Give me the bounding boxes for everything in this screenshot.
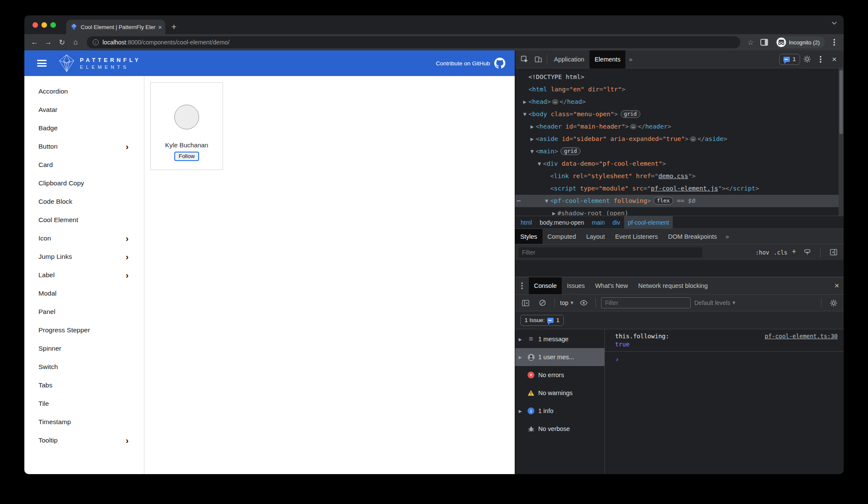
breadcrumb-pf-cool-element[interactable]: pf-cool-element [624, 216, 673, 229]
console-filter-no-warnings[interactable]: No warnings [515, 384, 604, 402]
side-panel-icon[interactable] [757, 36, 771, 49]
clear-console-icon[interactable] [536, 296, 549, 309]
devtools-tab-application[interactable]: Application [549, 50, 589, 68]
sidebar-item-button[interactable]: Button› [24, 137, 144, 155]
dom-tree-row[interactable]: ▶<header id="main-header">…</header> [515, 120, 844, 133]
layout-badge[interactable]: grid [621, 110, 640, 118]
follow-button[interactable]: Follow [174, 152, 199, 161]
dom-tree-row[interactable]: <script type="module" src="pf-cool-eleme… [515, 182, 844, 195]
console-filter-1-user-mes[interactable]: ▶1 user mes... [515, 348, 604, 366]
sidebar-item-clipboard-copy[interactable]: Clipboard Copy [24, 174, 144, 192]
rendering-brush-icon[interactable] [801, 246, 814, 259]
sidebar-item-tooltip[interactable]: Tooltip› [24, 431, 144, 449]
console-settings-icon[interactable] [827, 296, 840, 309]
breadcrumb-div[interactable]: div [609, 216, 624, 229]
devtools-close-icon[interactable]: × [827, 53, 841, 66]
dock-sidebar-icon[interactable] [827, 246, 840, 259]
issue-bar-pill[interactable]: 1 Issue: 1 [520, 315, 564, 326]
styles-tab-styles[interactable]: Styles [515, 229, 542, 244]
console-filter-input[interactable] [601, 297, 691, 308]
dom-tree-row[interactable]: ⋯▼<pf-cool-element following>flex == $0 [515, 195, 844, 207]
inline-expand-icon[interactable]: … [630, 124, 636, 129]
message-source-link[interactable]: pf-cool-element.ts:30 [765, 333, 838, 340]
sidebar-item-tile[interactable]: Tile [24, 394, 144, 413]
log-levels-dropdown[interactable]: Default levels▼ [694, 299, 735, 306]
browser-menu-icon[interactable] [833, 41, 835, 43]
inspect-element-icon[interactable] [518, 53, 531, 66]
drawer-close-icon[interactable]: × [830, 279, 844, 292]
console-filter-1-message[interactable]: ▶≡1 message [515, 330, 604, 348]
sidebar-item-timestamp[interactable]: Timestamp [24, 413, 144, 431]
sidebar-item-tabs[interactable]: Tabs [24, 376, 144, 394]
contribute-link[interactable]: Contribute on GitHub [436, 58, 505, 69]
breadcrumb-body-menu-open[interactable]: body.menu-open [536, 216, 588, 229]
zoom-window-button[interactable] [50, 22, 56, 28]
expand-arrow-icon[interactable]: ▶ [519, 337, 524, 342]
breadcrumb-main[interactable]: main [588, 216, 609, 229]
sidebar-item-panel[interactable]: Panel [24, 302, 144, 321]
expand-arrow-icon[interactable]: ▶ [550, 207, 557, 216]
sidebar-item-icon[interactable]: Icon› [24, 229, 144, 247]
url-bar[interactable]: i localhost :8000/components/cool-elemen… [87, 36, 740, 48]
toggle-class-editor[interactable]: .cls [774, 249, 788, 256]
inline-expand-icon[interactable]: … [690, 136, 696, 142]
close-window-button[interactable] [32, 22, 38, 28]
home-button[interactable]: ⌂ [70, 36, 82, 48]
browser-tab[interactable]: Cool Element | PatternFly Eleme × [66, 20, 165, 34]
sidebar-item-avatar[interactable]: Avatar [24, 100, 144, 119]
back-button[interactable]: ← [29, 36, 41, 48]
dom-tree-row[interactable]: <!DOCTYPE html> [515, 71, 844, 83]
forward-button[interactable]: → [42, 36, 54, 48]
dom-tree-row[interactable]: <link rel="stylesheet" href="demo.css"> [515, 170, 844, 182]
expand-arrow-icon[interactable]: ▶ [521, 96, 528, 108]
expand-arrow-icon[interactable]: ▶ [519, 409, 524, 413]
styles-tab-computed[interactable]: Computed [542, 229, 581, 244]
issues-counter[interactable]: 1 [779, 54, 800, 65]
dom-tree-row[interactable]: ▶#shadow-root (open) [515, 207, 844, 216]
dom-tree-row[interactable]: ▼<body class="menu-open">grid [515, 108, 844, 120]
dom-tree-row[interactable]: ▶<head>…</head> [515, 96, 844, 108]
sidebar-item-switch[interactable]: Switch [24, 357, 144, 376]
sidebar-item-label[interactable]: Label› [24, 266, 144, 284]
sidebar-item-accordion[interactable]: Accordion [24, 82, 144, 100]
more-tabs-icon[interactable]: » [625, 56, 636, 63]
styles-more-tabs-icon[interactable]: » [722, 233, 732, 240]
live-expression-eye-icon[interactable] [577, 296, 590, 309]
styles-tab-dom-breakpoints[interactable]: DOM Breakpoints [663, 229, 722, 244]
tab-search-chevron-icon[interactable] [832, 21, 837, 25]
console-filter-1-info[interactable]: ▶i1 info [515, 402, 604, 420]
console-message[interactable]: this.following: pf-cool-element.ts:30 tr… [605, 329, 844, 352]
expand-arrow-icon[interactable]: ▶ [528, 133, 536, 145]
hamburger-menu-icon[interactable] [37, 60, 47, 67]
tab-close-icon[interactable]: × [158, 23, 162, 31]
minimize-window-button[interactable] [41, 22, 47, 28]
console-filter-no-verbose[interactable]: No verbose [515, 420, 604, 438]
console-tab-network-request-blocking[interactable]: Network request blocking [633, 277, 713, 294]
device-toolbar-icon[interactable] [531, 53, 545, 66]
sidebar-item-spinner[interactable]: Spinner [24, 339, 144, 357]
sidebar-item-modal[interactable]: Modal [24, 284, 144, 302]
collapse-arrow-icon[interactable]: ▼ [543, 195, 550, 207]
toggle-hover-state[interactable]: :hov [755, 249, 769, 256]
elements-scrollbar[interactable] [839, 68, 844, 216]
expand-arrow-icon[interactable]: ▶ [528, 120, 536, 133]
layout-badge[interactable]: grid [560, 147, 580, 155]
breadcrumb-html[interactable]: html [517, 216, 536, 229]
devtools-tab-elements[interactable]: Elements [589, 50, 625, 68]
console-tab-issues[interactable]: Issues [562, 277, 590, 294]
collapse-arrow-icon[interactable]: ▼ [528, 145, 536, 158]
console-tab-what-s-new[interactable]: What's New [590, 277, 633, 294]
collapse-arrow-icon[interactable]: ▼ [521, 108, 528, 120]
drawer-menu-icon[interactable] [515, 279, 529, 292]
inline-expand-icon[interactable]: … [552, 99, 558, 105]
incognito-badge[interactable]: Incognito (2) [775, 36, 825, 48]
devtools-menu-icon[interactable] [814, 53, 827, 66]
row-actions-icon[interactable]: ⋯ [517, 195, 521, 207]
page-info-icon[interactable]: i [93, 39, 99, 45]
sidebar-item-progress-stepper[interactable]: Progress Stepper [24, 321, 144, 339]
dom-tree-row[interactable]: ▼<main>grid [515, 145, 844, 158]
sidebar-item-code-block[interactable]: Code Block [24, 192, 144, 211]
styles-tab-layout[interactable]: Layout [581, 229, 610, 244]
dom-tree-row[interactable]: <html lang="en" dir="ltr"> [515, 83, 844, 96]
devtools-settings-icon[interactable] [800, 53, 814, 66]
